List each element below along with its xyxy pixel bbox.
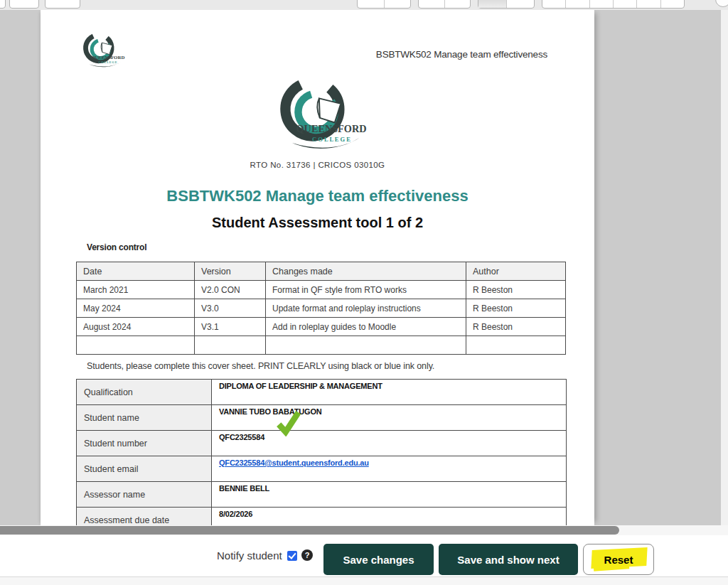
toolbar-segment[interactable] [660,0,684,8]
table-row-empty [77,336,566,355]
toolbar-segment-active[interactable] [478,0,506,8]
pdf-page: QUEENSFORD C O L L E G E BSBTWK502 Manag… [41,10,594,525]
cell: Format in QF style from RTO works [266,281,466,299]
cell: Add in roleplay guides to Moodle [266,318,466,336]
cell [466,336,566,355]
due-date-value: 8/02/2026 [212,508,567,526]
rto-cricos-line: RTO No. 31736 | CRICOS 03010G [41,161,594,169]
toolbar-button[interactable] [45,0,80,9]
version-control-label: Version control [87,242,146,252]
row-label: Student number [77,431,212,456]
row-label: Qualification [77,380,212,405]
reset-button[interactable]: Reset [583,544,654,575]
col-header: Date [77,262,195,281]
toolbar-button-group[interactable] [542,0,685,9]
toolbar-segment[interactable] [384,0,411,8]
logo-wordmark: QUEENSFORD [91,55,125,60]
cell: March 2021 [77,281,195,299]
student-number-value: QFC2325584 [212,431,567,456]
notify-student-label: Notify student [217,549,282,562]
notify-student-checkbox[interactable] [287,551,297,561]
logo-wordmark: QUEENSFORD [296,123,367,134]
horizontal-scrollbar-track[interactable] [0,525,728,535]
row-label: Student email [77,456,212,482]
grading-action-bar: Notify student ? Save changes Save and s… [0,535,728,576]
table-header-row: Date Version Changes made Author [77,262,566,281]
assessment-tool-title: Student Assessment tool 1 of 2 [41,215,594,231]
toolbar-button[interactable] [9,0,39,9]
cell: R Beeston [466,281,566,299]
cell: V3.0 [195,299,266,318]
save-and-show-next-button[interactable]: Save and show next [439,544,578,575]
qualification-value: DIPLOMA OF LEADERSHIP & MANAGEMENT [212,380,567,405]
cell: V2.0 CON [195,281,266,299]
cell: May 2024 [77,299,195,318]
cell: R Beeston [466,299,566,318]
row-label: Assessment due date [77,508,212,526]
toolbar-button-group[interactable] [478,0,535,9]
row-label: Assessor name [77,482,212,508]
toolbar-button[interactable] [0,0,6,9]
table-row: Assessor name BENNIE BELL [77,482,567,508]
cell: R Beeston [466,318,566,336]
cell [195,336,266,355]
col-header: Version [195,262,266,281]
student-name-value: VANNIE TUBO BABATUGON [212,405,567,431]
toolbar-segment[interactable] [506,0,535,8]
unit-title: BSBTWK502 Manage team effectiveness [41,187,594,205]
toolbar-button-group[interactable] [418,0,471,9]
cover-sheet-instruction: Students, please complete this cover she… [87,361,434,371]
vertical-scrollbar-track[interactable] [721,10,728,525]
col-header: Author [466,262,566,281]
assessor-name-value: BENNIE BELL [212,482,567,508]
table-row: March 2021 V2.0 CON Format in QF style f… [77,281,566,299]
table-row: August 2024 V3.1 Add in roleplay guides … [77,318,566,336]
toolbar-segment[interactable] [589,0,613,8]
toolbar-button-group[interactable] [357,0,411,9]
green-checkmark-annotation [275,409,302,436]
queensford-logo-icon: QUEENSFORD C O L L E G E [82,31,127,71]
logo-subword: C O L L E G E [99,60,117,64]
toolbar-segment[interactable] [565,0,589,8]
cover-sheet-table: Qualification DIPLOMA OF LEADERSHIP & MA… [76,379,567,525]
queensford-logo-large-icon: QUEENSFORD C O L L E G E [277,75,372,156]
table-row: Student email QFC2325584@student.queensf… [77,456,567,482]
page-bottom-strip [0,576,728,585]
annotation-toolbar [0,0,728,10]
table-row: Qualification DIPLOMA OF LEADERSHIP & MA… [77,380,567,405]
logo-subword: C O L L E G E [312,136,350,143]
student-email-link[interactable]: QFC2325584@student.queensford.edu.au [219,458,369,467]
save-changes-button[interactable]: Save changes [323,544,434,575]
toolbar-segment[interactable] [419,0,444,8]
table-row: Student number QFC2325584 [77,431,567,456]
toolbar-segment[interactable] [636,0,660,8]
toolbar-segment[interactable] [358,0,384,8]
table-row: Assessment due date 8/02/2026 [77,508,567,526]
document-header-unit-code: BSBTWK502 Manage team effectiveness [376,49,547,60]
toolbar-segment[interactable] [613,0,636,8]
version-control-table: Date Version Changes made Author March 2… [76,262,566,355]
toolbar-segment[interactable] [444,0,471,8]
toolbar-round-button[interactable] [715,0,728,7]
cell: August 2024 [77,318,195,336]
col-header: Changes made [266,262,466,281]
toolbar-segment[interactable] [542,0,565,8]
cell [77,336,195,355]
table-row: Student name VANNIE TUBO BABATUGON [77,405,567,431]
cell: V3.1 [195,318,266,336]
pdf-canvas: QUEENSFORD C O L L E G E BSBTWK502 Manag… [0,10,728,525]
help-icon[interactable]: ? [301,549,313,561]
horizontal-scrollbar-thumb[interactable] [0,526,619,535]
row-label: Student name [77,405,212,431]
cell [266,336,466,355]
cell: Update format and roleplay instructions [266,299,466,318]
table-row: May 2024 V3.0 Update format and roleplay… [77,299,566,318]
